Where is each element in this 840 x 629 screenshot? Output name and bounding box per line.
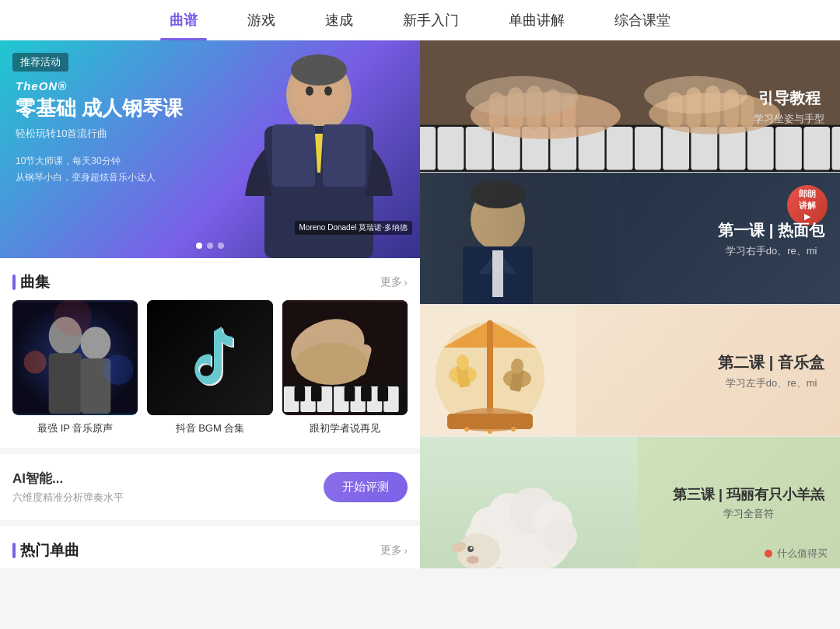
music-card-ip-image: 中级 [12, 300, 138, 415]
hero-dot-3[interactable] [218, 243, 224, 249]
music-collection-more[interactable]: 更多 › [380, 275, 408, 289]
svg-rect-42 [420, 127, 436, 170]
hero-subtitle: 轻松玩转10首流行曲 [16, 127, 183, 141]
svg-point-94 [488, 429, 492, 434]
lesson3-text: 第三课 | 玛丽有只小羊羔 学习全音符 [673, 485, 824, 521]
svg-rect-57 [832, 127, 840, 170]
music-card-tiktok-image: 中级 [147, 300, 272, 415]
svg-rect-44 [466, 127, 492, 170]
hero-title: 零基础 成人钢琴课 [16, 96, 183, 122]
svg-point-103 [543, 519, 577, 554]
hot-singles-more[interactable]: 更多 › [380, 543, 408, 557]
svg-rect-55 [775, 127, 802, 170]
svg-rect-37 [377, 386, 388, 401]
music-card-piano[interactable]: 新手 [282, 300, 408, 435]
music-collection-header: 曲集 更多 › [0, 258, 420, 300]
music-card-tiktok[interactable]: 中级 抖音 BGM 合集 [147, 300, 272, 435]
lesson1-subtitle: 学习右手do、re、mi [718, 243, 824, 257]
svg-rect-84 [487, 320, 493, 414]
ai-title: AI智能... [12, 470, 124, 487]
svg-rect-54 [747, 127, 774, 170]
hero-badge: 推荐活动 [12, 53, 68, 72]
svg-rect-80 [420, 173, 622, 304]
lesson3-title: 第三课 | 玛丽有只小羊羔 [673, 485, 824, 504]
watermark-dot [765, 550, 772, 557]
svg-rect-33 [294, 386, 305, 401]
right-panel-lesson3[interactable]: 第三课 | 玛丽有只小羊羔 学习全音符 什么值得买 [420, 436, 840, 568]
hot-singles-title: 热门单曲 [12, 540, 79, 561]
watermark: 什么值得买 [765, 547, 828, 561]
guide-tutorial-title: 引导教程 [754, 87, 824, 108]
ai-section: AI智能... 六维度精准分析弹奏水平 开始评测 [0, 454, 420, 520]
svg-point-8 [324, 86, 332, 96]
right-panel-guide[interactable]: 引导教程 学习坐姿与手型 [420, 40, 840, 172]
svg-point-14 [24, 351, 47, 373]
nav-item-sheet-music[interactable]: 曲谱 [145, 0, 222, 40]
nav-item-classroom[interactable]: 综合课堂 [590, 0, 695, 40]
more-arrow-icon: › [404, 276, 408, 288]
svg-point-93 [464, 427, 469, 432]
svg-point-7 [306, 86, 313, 96]
hero-content: TheON® 零基础 成人钢琴课 轻松玩转10首流行曲 10节大师课，每天30分… [16, 79, 183, 187]
hot-singles-section: 热门单曲 更多 › [0, 526, 420, 568]
guide-tutorial-text: 引导教程 学习坐姿与手型 [754, 87, 824, 125]
music-card-piano-title: 跟初学者说再见 [282, 421, 408, 435]
svg-rect-51 [663, 127, 689, 170]
hero-banner[interactable]: 推荐活动 TheON® 零基础 成人钢琴课 轻松玩转10首流行曲 10节大师课，… [0, 40, 420, 258]
svg-point-24 [295, 343, 367, 385]
lesson2-text: 第二课 | 音乐盒 学习左手do、re、mi [718, 351, 824, 390]
svg-point-95 [511, 427, 516, 432]
hero-dot-1[interactable] [196, 243, 202, 249]
svg-point-65 [466, 76, 579, 117]
svg-rect-35 [344, 386, 355, 401]
svg-point-12 [80, 327, 110, 360]
hero-desc: 10节大师课，每天30分钟 从钢琴小白，变身超炫音乐小达人 [16, 153, 183, 187]
hot-singles-header: 热门单曲 更多 › [0, 526, 420, 568]
ai-text-block: AI智能... 六维度精准分析弹奏水平 [12, 470, 124, 505]
music-card-piano-image: 新手 [282, 300, 408, 415]
top-navigation: 曲谱 游戏 速成 新手入门 单曲讲解 综合课堂 [0, 0, 840, 40]
svg-rect-43 [438, 127, 464, 170]
guide-tutorial-subtitle: 学习坐姿与手型 [754, 111, 824, 125]
lesson2-subtitle: 学习左手do、re、mi [718, 376, 824, 390]
left-column: 推荐活动 TheON® 零基础 成人钢琴课 轻松玩转10首流行曲 10节大师课，… [0, 40, 420, 568]
svg-point-107 [471, 547, 473, 550]
nav-item-beginner[interactable]: 新手入门 [378, 0, 484, 40]
lesson1-text: 第一课 | 热面包 学习右手do、re、mi [718, 219, 824, 257]
main-layout: 推荐活动 TheON® 零基础 成人钢琴课 轻松玩转10首流行曲 10节大师课，… [0, 40, 840, 568]
svg-rect-36 [361, 386, 372, 401]
svg-rect-50 [635, 127, 661, 170]
music-cards-grid: 中级 [0, 300, 420, 448]
music-card-tiktok-title: 抖音 BGM 合集 [147, 421, 272, 435]
svg-rect-3 [323, 124, 366, 187]
right-column: 引导教程 学习坐姿与手型 [420, 40, 840, 568]
svg-rect-49 [607, 127, 633, 170]
right-panel-lesson2[interactable]: 第二课 | 音乐盒 学习左手do、re、mi [420, 304, 840, 436]
svg-rect-2 [272, 124, 315, 187]
music-collection-title: 曲集 [12, 272, 50, 292]
svg-point-6 [291, 54, 347, 86]
piano-hand-visual [282, 300, 408, 415]
tiktok-background [147, 300, 272, 415]
svg-point-72 [644, 76, 747, 114]
svg-point-15 [103, 355, 134, 385]
svg-point-108 [467, 556, 479, 564]
svg-rect-92 [447, 414, 533, 429]
hero-dots [196, 243, 224, 249]
svg-rect-56 [803, 127, 830, 170]
lesson2-title: 第二课 | 音乐盒 [718, 351, 824, 372]
ai-evaluate-button[interactable]: 开始评测 [324, 472, 408, 502]
right-panel-lesson1[interactable]: 郎朗 讲解 ▶ 第一课 | 热面包 学习右手do、re、mi [420, 172, 840, 304]
ai-subtitle: 六维度精准分析弹奏水平 [12, 491, 124, 505]
watermark-text: 什么值得买 [777, 547, 828, 561]
music-collection-section: 曲集 更多 › 中级 [0, 258, 420, 448]
svg-rect-11 [49, 353, 82, 414]
nav-item-song-explain[interactable]: 单曲讲解 [484, 0, 590, 40]
hot-singles-more-arrow: › [404, 544, 408, 557]
nav-item-speed[interactable]: 速成 [300, 0, 378, 40]
nav-item-games[interactable]: 游戏 [222, 0, 300, 40]
hero-dot-2[interactable] [207, 243, 213, 249]
music-card-ip[interactable]: 中级 [12, 300, 138, 435]
svg-rect-34 [311, 386, 322, 401]
lesson3-subtitle: 学习全音符 [673, 507, 824, 521]
